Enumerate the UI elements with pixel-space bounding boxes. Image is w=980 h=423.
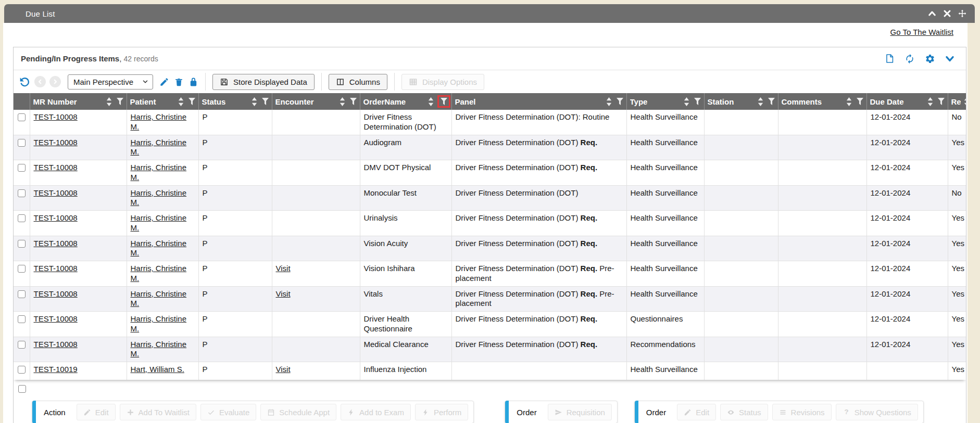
refresh-icon[interactable]: [904, 54, 915, 64]
sort-icon[interactable]: [252, 97, 257, 106]
sort-icon[interactable]: [927, 97, 933, 106]
close-window-icon[interactable]: [943, 9, 951, 18]
col-header-comments[interactable]: Comments: [778, 93, 866, 110]
col-header-mr[interactable]: MR Number: [30, 93, 127, 110]
evaluate-button[interactable]: Evaluate: [200, 404, 256, 420]
col-header-encounter[interactable]: Encounter: [272, 93, 360, 110]
columns-button[interactable]: Columns: [329, 74, 387, 90]
mr-number-link[interactable]: TEST-10008: [34, 163, 78, 172]
settings-gear-icon[interactable]: [925, 54, 935, 64]
col-header-station[interactable]: Station: [704, 93, 778, 110]
history-forward-button[interactable]: [49, 76, 61, 87]
filter-funnel-icon[interactable]: [350, 98, 357, 105]
patient-link[interactable]: Harris, Christine M.: [131, 188, 187, 207]
patient-link[interactable]: Harris, Christine M.: [131, 112, 187, 131]
mr-number-link[interactable]: TEST-10008: [34, 289, 78, 298]
filter-funnel-icon[interactable]: [768, 98, 775, 105]
go-to-waitlist-link[interactable]: Go To The Waitlist: [890, 28, 953, 36]
patient-link[interactable]: Harris, Christine M.: [131, 289, 187, 308]
add-to-exam-button[interactable]: Add to Exam: [341, 404, 411, 420]
patient-link[interactable]: Harris, Christine M.: [131, 239, 187, 258]
requisition-button[interactable]: Requisition: [548, 404, 612, 420]
filter-funnel-icon[interactable]: [694, 98, 701, 105]
sort-icon[interactable]: [846, 97, 852, 106]
row-checkbox[interactable]: [18, 164, 26, 172]
footer-select-checkbox[interactable]: [18, 385, 26, 393]
row-checkbox[interactable]: [18, 315, 26, 323]
show-questions-button[interactable]: ?Show Questions: [836, 404, 918, 420]
edit-button[interactable]: Edit: [77, 404, 116, 420]
patient-link[interactable]: Harris, Christine M.: [131, 314, 187, 333]
new-page-icon[interactable]: [885, 54, 895, 63]
store-displayed-data-button[interactable]: Store Displayed Data: [212, 74, 315, 90]
patient-link[interactable]: Harris, Christine M.: [131, 264, 187, 283]
display-options-button[interactable]: Display Options: [401, 74, 484, 90]
patient-link[interactable]: Harris, Christine M.: [131, 138, 187, 157]
perspective-select[interactable]: Main Perspective: [68, 74, 153, 89]
col-header-due[interactable]: Due Date: [866, 93, 948, 110]
collapse-window-icon[interactable]: [928, 9, 936, 18]
filter-funnel-icon[interactable]: [441, 98, 447, 105]
edit-button[interactable]: Edit: [677, 404, 716, 420]
lock-perspective-icon[interactable]: [189, 77, 198, 87]
sort-icon[interactable]: [684, 97, 689, 106]
mr-number-link[interactable]: TEST-10008: [34, 138, 78, 147]
row-checkbox[interactable]: [18, 265, 26, 273]
col-header-panel[interactable]: Panel: [451, 93, 626, 110]
row-checkbox[interactable]: [18, 240, 26, 248]
col-header-select[interactable]: [14, 93, 30, 110]
sort-icon[interactable]: [340, 97, 345, 106]
col-header-req[interactable]: Req: [948, 93, 966, 110]
patient-link[interactable]: Harris, Christine M.: [131, 163, 187, 182]
schedule-appt-button[interactable]: Schedule Appt: [260, 404, 336, 420]
row-checkbox[interactable]: [18, 341, 26, 349]
visit-link[interactable]: Visit: [276, 264, 291, 273]
sort-icon[interactable]: [758, 97, 763, 106]
filter-funnel-icon[interactable]: [189, 98, 195, 105]
col-header-type[interactable]: Type: [626, 93, 704, 110]
filter-funnel-icon[interactable]: [938, 98, 945, 105]
row-checkbox[interactable]: [18, 189, 26, 197]
mr-number-link[interactable]: TEST-10008: [34, 112, 78, 121]
col-header-patient[interactable]: Patient: [127, 93, 198, 110]
move-window-icon[interactable]: [958, 9, 966, 18]
mr-number-link[interactable]: TEST-10008: [34, 340, 78, 349]
col-header-order[interactable]: OrderName: [360, 93, 451, 110]
patient-link[interactable]: Harris, Christine M.: [131, 340, 187, 358]
mr-number-link[interactable]: TEST-10019: [34, 365, 78, 374]
row-checkbox[interactable]: [18, 366, 26, 374]
status-button[interactable]: Status: [720, 404, 768, 420]
patient-link[interactable]: Harris, Christine M.: [131, 213, 187, 232]
row-checkbox[interactable]: [18, 290, 26, 298]
sort-icon[interactable]: [106, 97, 112, 106]
mr-number-link[interactable]: TEST-10008: [34, 239, 78, 248]
highlighted-filter-box[interactable]: [437, 95, 450, 108]
edit-perspective-icon[interactable]: [159, 77, 169, 87]
mr-number-link[interactable]: TEST-10008: [34, 314, 78, 323]
sort-icon[interactable]: [428, 97, 434, 106]
visit-link[interactable]: Visit: [276, 289, 291, 298]
row-checkbox[interactable]: [18, 214, 26, 222]
filter-funnel-icon[interactable]: [262, 98, 269, 105]
mr-number-link[interactable]: TEST-10008: [34, 213, 78, 222]
sort-icon[interactable]: [964, 97, 966, 106]
filter-funnel-icon[interactable]: [117, 98, 123, 105]
perform-button[interactable]: Perform: [415, 404, 468, 420]
collapse-panel-chevron-icon[interactable]: [945, 54, 954, 63]
filter-funnel-icon[interactable]: [617, 98, 623, 105]
revisions-button[interactable]: Revisions: [772, 404, 832, 420]
col-header-status[interactable]: Status: [198, 93, 272, 110]
history-back-button[interactable]: [34, 76, 46, 87]
undo-icon[interactable]: [19, 76, 31, 88]
row-checkbox[interactable]: [18, 139, 26, 147]
sort-icon[interactable]: [178, 97, 184, 106]
sort-icon[interactable]: [606, 97, 612, 106]
mr-number-link[interactable]: TEST-10008: [34, 264, 78, 273]
filter-funnel-icon[interactable]: [857, 98, 863, 105]
delete-perspective-icon[interactable]: [174, 77, 184, 87]
add-to-waitlist-button[interactable]: Add To Waitlist: [120, 404, 196, 420]
patient-link[interactable]: Hart, William S.: [131, 365, 184, 374]
window-titlebar[interactable]: Due List: [4, 4, 975, 23]
visit-link[interactable]: Visit: [276, 365, 291, 374]
row-checkbox[interactable]: [18, 113, 26, 121]
